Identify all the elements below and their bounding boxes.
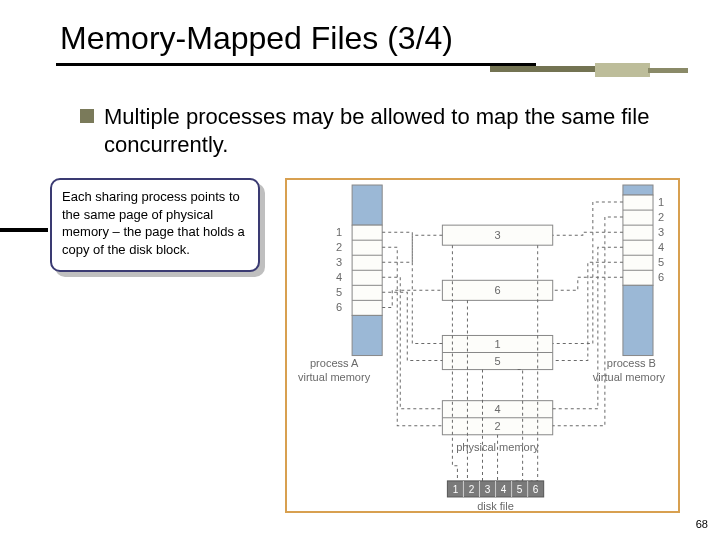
- phys-block-2: 6: [442, 280, 552, 300]
- procB-page-3: 3: [658, 226, 664, 238]
- procA-page-5: 5: [336, 286, 342, 298]
- phys-block-4: 4 2: [442, 401, 552, 435]
- callout-text: Each sharing process points to the same …: [50, 178, 260, 272]
- svg-text:1: 1: [453, 484, 459, 495]
- svg-text:3: 3: [494, 229, 500, 241]
- svg-text:4: 4: [494, 403, 500, 415]
- procA-label-line2: virtual memory: [298, 371, 371, 383]
- memory-diagram: 1 2 3 4 5 6 process A virtual memory 1 2: [285, 178, 680, 513]
- page-number: 68: [696, 518, 708, 530]
- disk-label: disk file: [477, 500, 514, 511]
- svg-rect-8: [623, 185, 653, 195]
- procA-label-line1: process A: [310, 357, 359, 369]
- svg-text:2: 2: [469, 484, 475, 495]
- bullet-text: Multiple processes may be allowed to map…: [104, 103, 680, 158]
- title-decoration: [60, 63, 680, 75]
- svg-text:5: 5: [517, 484, 523, 495]
- procA-page-3: 3: [336, 256, 342, 268]
- slide-title: Memory-Mapped Files (3/4): [60, 20, 680, 57]
- procB-page-2: 2: [658, 211, 664, 223]
- svg-text:6: 6: [494, 284, 500, 296]
- callout-box: Each sharing process points to the same …: [50, 178, 275, 298]
- svg-text:6: 6: [533, 484, 539, 495]
- svg-rect-2: [352, 315, 382, 355]
- procB-label-line2: virtual memory: [593, 371, 666, 383]
- procB-label-line1: process B: [607, 357, 656, 369]
- procA-page-4: 4: [336, 271, 342, 283]
- phys-block-1: 3: [442, 225, 552, 245]
- side-decoration: [0, 228, 48, 232]
- bullet-item: Multiple processes may be allowed to map…: [80, 103, 680, 158]
- svg-text:3: 3: [485, 484, 491, 495]
- svg-rect-0: [352, 185, 382, 225]
- procB-page-1: 1: [658, 196, 664, 208]
- svg-text:1: 1: [494, 338, 500, 350]
- svg-rect-10: [623, 285, 653, 355]
- svg-text:4: 4: [501, 484, 507, 495]
- bullet-square-icon: [80, 109, 94, 123]
- procA-page-1: 1: [336, 226, 342, 238]
- procB-page-5: 5: [658, 256, 664, 268]
- phys-block-3: 1 5: [442, 335, 552, 369]
- procA-page-2: 2: [336, 241, 342, 253]
- svg-text:5: 5: [494, 355, 500, 367]
- procB-page-6: 6: [658, 271, 664, 283]
- disk-file: 1 2 3 4 5 6: [447, 481, 543, 497]
- procA-page-6: 6: [336, 301, 342, 313]
- svg-text:2: 2: [494, 420, 500, 432]
- procB-page-4: 4: [658, 241, 664, 253]
